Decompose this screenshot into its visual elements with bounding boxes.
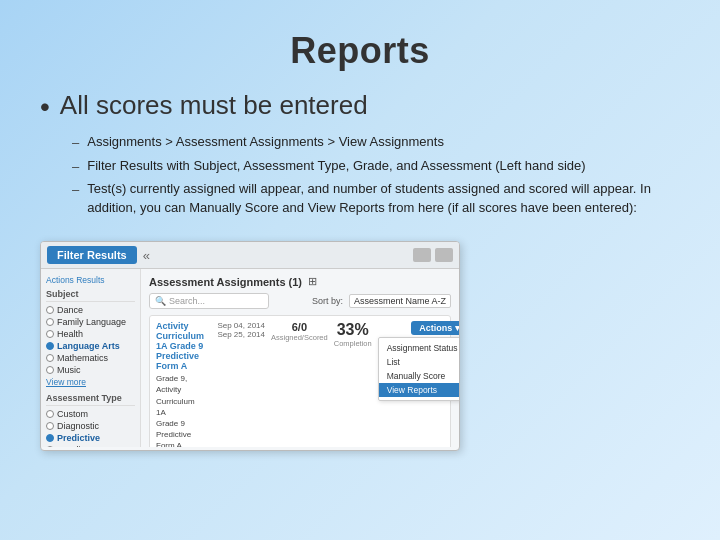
top-bar-icons <box>413 248 453 262</box>
sub-bullet-text-1: Assignments > Assessment Assignments > V… <box>87 133 444 152</box>
action-list[interactable]: List <box>379 355 459 369</box>
sub-bullet-1: – Assignments > Assessment Assignments >… <box>72 133 680 152</box>
actions-results-link[interactable]: Actions Results <box>46 275 135 285</box>
subject-health[interactable]: Health <box>46 329 135 339</box>
sub-bullet-3: – Test(s) currently assigned will appear… <box>72 180 680 218</box>
subject-family-language[interactable]: Family Language <box>46 317 135 327</box>
search-box[interactable]: 🔍 Search... <box>149 293 269 309</box>
ui-screenshot: Filter Results « Actions Results Subject… <box>40 241 460 451</box>
assessment-type-custom[interactable]: Custom <box>46 409 135 419</box>
sort-dropdown[interactable]: Assessment Name A-Z <box>349 294 451 308</box>
assignment-score: 6/0 <box>284 321 314 333</box>
assignment-score-block: 6/0 Assigned/Scored <box>271 321 328 342</box>
grid-icon[interactable] <box>413 248 431 262</box>
assignment-score-label: Assigned/Scored <box>271 333 328 342</box>
assessment-type-custom-label: Custom <box>57 409 88 419</box>
actions-wrapper: Actions ▾ Assignment Status List Manuall… <box>378 321 459 401</box>
main-title-row: Assessment Assignments (1) ⊞ <box>149 275 451 288</box>
assessment-type-predictive[interactable]: Predictive <box>46 433 135 443</box>
subject-mathematics-radio[interactable] <box>46 354 54 362</box>
sub-bullet-text-3: Test(s) currently assigned will appear, … <box>87 180 680 218</box>
ui-top-bar: Filter Results « <box>41 242 459 269</box>
ui-main-content: Assessment Assignments (1) ⊞ 🔍 Search...… <box>141 269 459 447</box>
subject-section-title: Subject <box>46 289 135 302</box>
filter-results-button[interactable]: Filter Results <box>47 246 137 264</box>
actions-button[interactable]: Actions ▾ <box>411 321 459 335</box>
assignment-details: Grade 9, Activity Curriculum 1AGrade 9 P… <box>156 373 204 447</box>
assessment-type-section: Assessment Type Custom Diagnostic Predic… <box>46 393 135 447</box>
list-icon[interactable] <box>435 248 453 262</box>
assessment-type-predictive-label: Predictive <box>57 433 100 443</box>
subject-dance-radio[interactable] <box>46 306 54 314</box>
subject-language-arts-label: Language Arts <box>57 341 120 351</box>
assessment-type-diagnostic-label: Diagnostic <box>57 421 99 431</box>
assessment-type-section-title: Assessment Type <box>46 393 135 406</box>
action-manually-score[interactable]: Manually Score <box>379 369 459 383</box>
slide-container: Reports • All scores must be entered – A… <box>0 0 720 540</box>
sub-bullets-list: – Assignments > Assessment Assignments >… <box>40 133 680 223</box>
search-placeholder: Search... <box>169 296 205 306</box>
page-title: Reports <box>40 30 680 72</box>
ui-sidebar: Actions Results Subject Dance Family Lan… <box>41 269 141 447</box>
assignment-card: Activity Curriculum 1A Grade 9 Predictiv… <box>149 315 451 447</box>
action-assignment-status[interactable]: Assignment Status <box>379 341 459 355</box>
assessment-type-readings-label: Readings <box>57 445 95 447</box>
subject-family-language-radio[interactable] <box>46 318 54 326</box>
sub-bullet-dash-1: – <box>72 135 79 150</box>
subject-language-arts-radio[interactable] <box>46 342 54 350</box>
subject-dance[interactable]: Dance <box>46 305 135 315</box>
search-icon: 🔍 <box>155 296 166 306</box>
sub-bullet-dash-2: – <box>72 159 79 174</box>
assignment-title: Activity Curriculum 1A Grade 9 Predictiv… <box>156 321 204 371</box>
sub-bullet-dash-3: – <box>72 182 79 197</box>
ui-content: Actions Results Subject Dance Family Lan… <box>41 269 459 447</box>
collapse-icon[interactable]: « <box>143 248 150 263</box>
assessment-type-diagnostic-radio[interactable] <box>46 422 54 430</box>
subject-health-label: Health <box>57 329 83 339</box>
subject-music-label: Music <box>57 365 81 375</box>
content-lower: Filter Results « Actions Results Subject… <box>40 235 680 451</box>
assessment-type-readings-radio[interactable] <box>46 446 54 447</box>
sub-bullet-text-2: Filter Results with Subject, Assessment … <box>87 157 585 176</box>
subject-music-radio[interactable] <box>46 366 54 374</box>
subject-mathematics-label: Mathematics <box>57 353 108 363</box>
actions-dropdown: Assignment Status List Manually Score Vi… <box>378 337 459 401</box>
bullet-dot: • <box>40 92 50 123</box>
subject-family-language-label: Family Language <box>57 317 126 327</box>
action-view-reports[interactable]: View Reports <box>379 383 459 397</box>
assignment-pct-block: 33% Completion <box>334 321 372 348</box>
sub-bullet-2: – Filter Results with Subject, Assessmen… <box>72 157 680 176</box>
subject-language-arts[interactable]: Language Arts <box>46 341 135 351</box>
assignment-pct-label: Completion <box>334 339 372 348</box>
assessment-type-readings[interactable]: Readings <box>46 445 135 447</box>
assignment-info: Activity Curriculum 1A Grade 9 Predictiv… <box>156 321 204 447</box>
main-bullet: • All scores must be entered <box>40 90 680 123</box>
main-bullet-text: All scores must be entered <box>60 90 368 121</box>
subject-section: Subject Dance Family Language Health <box>46 289 135 387</box>
sort-label: Sort by: <box>312 296 343 306</box>
assignment-date-block: Sep 04, 2014Sep 25, 2014 <box>210 321 265 339</box>
subject-health-radio[interactable] <box>46 330 54 338</box>
search-sort-row: 🔍 Search... Sort by: Assessment Name A-Z <box>149 293 451 309</box>
assessment-type-diagnostic[interactable]: Diagnostic <box>46 421 135 431</box>
main-content-title: Assessment Assignments (1) <box>149 276 302 288</box>
subject-music[interactable]: Music <box>46 365 135 375</box>
subject-mathematics[interactable]: Mathematics <box>46 353 135 363</box>
assignment-pct: 33% <box>335 321 371 339</box>
subject-dance-label: Dance <box>57 305 83 315</box>
assessment-type-custom-radio[interactable] <box>46 410 54 418</box>
table-icon: ⊞ <box>308 275 317 288</box>
view-more-subjects-link[interactable]: View more <box>46 377 135 387</box>
assignment-date: Sep 04, 2014Sep 25, 2014 <box>210 321 265 339</box>
assessment-type-predictive-radio[interactable] <box>46 434 54 442</box>
